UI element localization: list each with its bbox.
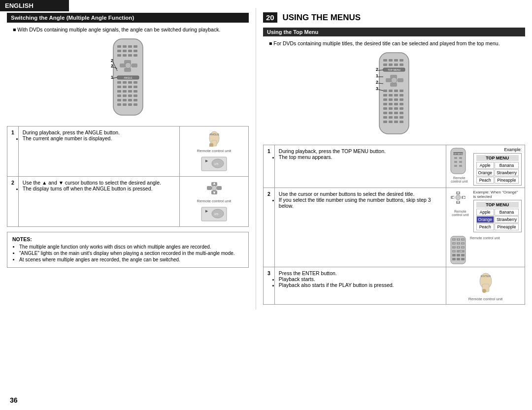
svg-point-174 bbox=[482, 289, 486, 293]
note-item: The multiple angle function only works w… bbox=[19, 244, 243, 250]
right-remote-svg: TOP MENU bbox=[362, 50, 426, 139]
svg-rect-36 bbox=[117, 99, 121, 101]
svg-rect-30 bbox=[128, 90, 132, 93]
svg-text:ANGLE: ANGLE bbox=[209, 133, 219, 136]
svg-rect-32 bbox=[117, 95, 121, 97]
svg-text:1/5: 1/5 bbox=[214, 162, 219, 165]
svg-rect-28 bbox=[117, 90, 121, 93]
left-remote-area: ANGLE bbox=[7, 36, 249, 120]
svg-rect-112 bbox=[399, 116, 403, 119]
svg-rect-106 bbox=[389, 112, 393, 114]
svg-rect-71 bbox=[389, 59, 393, 62]
step1-remote-mini: TOP MENU bbox=[449, 147, 467, 174]
right-step3-image: ENTER Remote control unit bbox=[446, 267, 525, 305]
step1-images: ANGLE Remote control unit ▶ 1/5 bbox=[180, 126, 249, 177]
svg-rect-131 bbox=[459, 161, 462, 163]
svg-rect-87 bbox=[394, 90, 398, 92]
svg-rect-37 bbox=[123, 99, 127, 101]
right-section-title: 20 USING THE MENUS bbox=[263, 13, 525, 23]
svg-point-138 bbox=[456, 195, 461, 200]
step1-num: 1 bbox=[7, 126, 19, 177]
svg-rect-89 bbox=[383, 94, 387, 96]
svg-text:3: 3 bbox=[376, 86, 378, 91]
svg-rect-114 bbox=[389, 121, 393, 123]
svg-text:1: 1 bbox=[376, 73, 378, 78]
svg-rect-12 bbox=[133, 54, 137, 57]
svg-rect-116 bbox=[399, 121, 403, 123]
svg-rect-43 bbox=[133, 103, 137, 106]
svg-rect-9 bbox=[117, 54, 121, 57]
svg-rect-15 bbox=[120, 63, 126, 67]
svg-rect-111 bbox=[394, 116, 398, 119]
left-remote-svg: ANGLE bbox=[96, 36, 160, 120]
svg-rect-3 bbox=[128, 45, 132, 48]
right-steps-table: 1 During playback, press the TOP MENU bu… bbox=[263, 145, 525, 305]
top-menu-example-2: TOP MENU Apple Banana Orange Strawberry … bbox=[473, 200, 522, 232]
svg-rect-86 bbox=[389, 90, 393, 92]
svg-rect-94 bbox=[389, 98, 393, 101]
step2-content: Use the ▲ and ▼ cursor buttons to select… bbox=[18, 177, 179, 227]
svg-text:2: 2 bbox=[111, 58, 113, 63]
svg-rect-26 bbox=[128, 86, 132, 88]
left-column: Switching the Angle (Multiple Angle Func… bbox=[0, 8, 256, 310]
step1-content: During playback, press the ANGLE button.… bbox=[18, 126, 179, 177]
svg-rect-7 bbox=[128, 50, 132, 52]
svg-text:▲: ▲ bbox=[212, 181, 216, 186]
svg-text:0: 0 bbox=[454, 251, 455, 252]
step2-dpad-icon: ▲ ▼ bbox=[204, 180, 224, 197]
svg-rect-21 bbox=[123, 81, 127, 84]
left-steps-table: 1 During playback, press the ANGLE butto… bbox=[7, 126, 249, 227]
svg-rect-132 bbox=[454, 165, 457, 167]
svg-rect-107 bbox=[394, 112, 398, 114]
step3-enter-icon: ENTER bbox=[473, 270, 498, 295]
svg-rect-39 bbox=[133, 99, 137, 101]
svg-rect-74 bbox=[383, 63, 387, 66]
svg-rect-52 bbox=[209, 143, 213, 147]
svg-text:1: 1 bbox=[111, 75, 113, 80]
right-intro-text: For DVDs containing multiple titles, the… bbox=[263, 40, 525, 46]
step1-finger-icon: ANGLE bbox=[202, 129, 227, 147]
svg-rect-33 bbox=[123, 95, 127, 97]
svg-rect-108 bbox=[399, 112, 403, 114]
menu2-orange: Orange bbox=[476, 216, 494, 223]
top-menu-example-1: TOP MENU Apple Banana Orange Strawberry … bbox=[473, 153, 522, 186]
svg-rect-40 bbox=[117, 103, 121, 106]
step2-numpad-remote: 1 2 3 4 5 6 7 8 9 0 +10 bbox=[449, 235, 467, 265]
menu2-peach: Peach bbox=[476, 223, 494, 230]
svg-rect-102 bbox=[389, 107, 393, 110]
svg-rect-60 bbox=[207, 186, 212, 190]
svg-rect-91 bbox=[394, 94, 398, 96]
svg-point-84 bbox=[391, 77, 397, 83]
step2-dvd2-icon: ▶ 2/5 bbox=[200, 205, 228, 222]
svg-rect-2 bbox=[123, 45, 127, 48]
svg-rect-70 bbox=[383, 59, 387, 62]
svg-rect-129 bbox=[459, 157, 462, 159]
svg-point-17 bbox=[125, 63, 131, 68]
right-step1-num: 1 bbox=[264, 145, 275, 188]
svg-rect-5 bbox=[117, 50, 121, 52]
svg-rect-166 bbox=[452, 254, 456, 256]
notes-list: The multiple angle function only works w… bbox=[19, 244, 243, 262]
left-section-title: Switching the Angle (Multiple Angle Func… bbox=[7, 13, 249, 23]
svg-rect-29 bbox=[123, 90, 127, 93]
svg-text:ENTER: ENTER bbox=[480, 275, 491, 278]
svg-rect-11 bbox=[128, 54, 132, 57]
svg-rect-42 bbox=[128, 103, 132, 106]
note-item: "ANGLE" lights on the main unit's displa… bbox=[19, 251, 243, 256]
note-item: At scenes where multiple angles are reco… bbox=[19, 257, 243, 262]
svg-text:▼: ▼ bbox=[457, 200, 460, 204]
svg-text:2: 2 bbox=[111, 63, 113, 68]
svg-rect-99 bbox=[394, 103, 398, 105]
using-top-menu-subtitle: Using the Top Menu bbox=[263, 28, 525, 36]
svg-rect-83 bbox=[398, 78, 403, 82]
menu-banana: Banana bbox=[495, 162, 519, 169]
svg-rect-128 bbox=[454, 157, 457, 159]
menu2-strawberry: Strawberry bbox=[495, 216, 519, 223]
menu2-banana: Banana bbox=[495, 209, 519, 216]
svg-rect-27 bbox=[133, 86, 137, 88]
svg-rect-96 bbox=[399, 98, 403, 101]
svg-text:▲: ▲ bbox=[457, 190, 460, 194]
svg-rect-20 bbox=[117, 81, 121, 84]
right-column: 20 USING THE MENUS Using the Top Menu Fo… bbox=[256, 8, 532, 310]
step2-images: ▲ ▼ Remote control unit ▶ 2/5 bbox=[180, 177, 249, 227]
